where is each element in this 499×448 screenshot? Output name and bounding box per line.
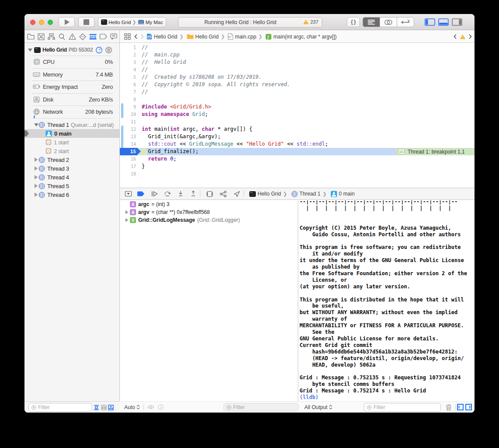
tree-row-thread-1[interactable]: Thread 1Queue:...d (serial) <box>24 120 119 129</box>
breakpoints-toggle-button[interactable] <box>137 191 145 196</box>
console-output[interactable]: --|--|--|--|--|--|--|--|--|--|--|--|--|-… <box>298 200 475 401</box>
variable-row-argv[interactable]: A argv = (char **) 0x7ffeefbff568 <box>120 208 298 216</box>
variables-filter-field[interactable]: Filter <box>223 403 299 412</box>
info-icon[interactable] <box>158 404 164 410</box>
view-process-by-queue-button[interactable] <box>101 404 107 412</box>
variables-view[interactable]: A argc = (int) 3 A argv = (char **) 0x7f… <box>120 200 298 401</box>
status-warning[interactable]: 237 <box>303 19 318 24</box>
gauge-value: 7.4 MB <box>96 71 113 78</box>
issue-navigator-button[interactable] <box>67 31 77 42</box>
show-variables-view-button[interactable] <box>457 404 464 412</box>
version-editor-segment[interactable] <box>397 18 414 27</box>
editor-mode-segmented-control <box>363 17 414 27</box>
tree-row-thread-6[interactable]: Thread 6 <box>24 190 119 199</box>
jumpbar-item[interactable]: Hello Grid <box>195 34 219 40</box>
jumpbar-item[interactable]: main.cpp <box>235 34 256 40</box>
warning-icon[interactable] <box>460 34 466 39</box>
back-button[interactable] <box>133 34 139 39</box>
disclosure-triangle[interactable] <box>35 192 38 197</box>
show-running-blocks-button[interactable] <box>94 404 99 412</box>
tree-row-thread-2[interactable]: Thread 2 <box>24 155 119 164</box>
filter-placeholder: Filter <box>38 404 50 410</box>
step-into-button[interactable] <box>178 191 184 197</box>
gauge-row-disk[interactable]: Disk Zero KB/s <box>24 93 119 105</box>
gauge-row-cpu[interactable]: CPU 0% <box>24 56 119 68</box>
project-navigator-button[interactable] <box>26 31 36 42</box>
navigator-filter-field[interactable]: Filter <box>28 403 92 412</box>
console-output-popup[interactable]: All Output <box>304 404 332 410</box>
clear-console-button[interactable] <box>446 404 452 412</box>
tree-row-thread-3[interactable]: Thread 3 <box>24 164 119 173</box>
gauge-row-energy-impact[interactable]: Energy Impact Zero <box>24 80 119 93</box>
svg-text:c+: c+ <box>229 35 231 38</box>
toggle-debug-area-button[interactable] <box>438 18 449 26</box>
simulate-location-button[interactable] <box>234 191 240 197</box>
process-row[interactable]: Hello Grid PID 55302 <box>24 45 119 55</box>
gauge-view-button[interactable] <box>96 47 102 53</box>
toggle-inspectors-button[interactable] <box>452 18 462 26</box>
symbol-navigator-button[interactable] <box>46 31 57 42</box>
report-navigator-button[interactable] <box>108 31 119 42</box>
find-navigator-button[interactable] <box>57 31 67 42</box>
thread-view-button[interactable] <box>105 47 112 53</box>
person-icon <box>331 191 337 197</box>
console-line: Guido Cossu, Antonin Portelli and other … <box>300 231 461 238</box>
standard-editor-segment[interactable] <box>363 18 380 27</box>
next-issue-button[interactable] <box>469 34 472 39</box>
disclosure-triangle[interactable] <box>126 218 128 222</box>
variable-row-grid-gridlogmessage[interactable]: V Grid::GridLogMessage (Grid::GridLogger… <box>120 216 298 224</box>
hide-debug-area-button[interactable] <box>125 191 132 197</box>
test-navigator-button[interactable] <box>77 31 88 42</box>
energy-icon <box>33 84 40 89</box>
zoom-window-button[interactable] <box>48 20 53 25</box>
tree-row-thread-5[interactable]: Thread 5 <box>24 182 119 190</box>
jumpbar-item[interactable]: Hello Grid <box>154 34 177 40</box>
debug-navigator-button[interactable] <box>88 31 98 42</box>
debug-jumpbar-item[interactable]: Hello Grid <box>258 191 281 197</box>
variables-scope-popup[interactable]: Auto <box>124 404 140 410</box>
tree-row-1-start[interactable]: 1 start <box>24 138 119 147</box>
source-control-button[interactable] <box>36 31 47 42</box>
disclosure-triangle[interactable] <box>126 210 128 214</box>
debug-jumpbar-item[interactable]: Thread 1 <box>300 191 321 197</box>
source-editor[interactable]: 1//2// main.cpp3// Hello Grid4//5// Crea… <box>120 43 475 187</box>
stop-button[interactable] <box>78 17 94 27</box>
console-line: This program is distributed in the hope … <box>300 297 464 303</box>
close-window-button[interactable] <box>30 20 35 25</box>
tree-row-2-start[interactable]: 2 start <box>24 147 119 155</box>
disclosure-triangle[interactable] <box>35 175 38 179</box>
disclosure-triangle[interactable] <box>28 49 32 52</box>
disclosure-triangle[interactable] <box>35 166 38 171</box>
disclosure-triangle[interactable] <box>35 158 38 162</box>
forward-button[interactable] <box>139 34 146 39</box>
continue-button[interactable] <box>151 191 158 197</box>
toggle-navigator-button[interactable] <box>425 18 435 26</box>
show-console-view-button[interactable] <box>465 404 472 412</box>
variable-row-argc[interactable]: A argc = (int) 3 <box>120 200 298 208</box>
assistant-editor-segment[interactable] <box>380 18 397 27</box>
disclosure-triangle[interactable] <box>34 123 38 126</box>
tree-row-0-main[interactable]: 0 main <box>24 129 119 138</box>
console-line: it and/or modify <box>300 251 363 257</box>
disclosure-triangle[interactable] <box>35 184 38 188</box>
step-out-button[interactable] <box>190 191 196 197</box>
console-filter-field[interactable]: Filter <box>364 403 441 412</box>
gauge-label: Disk <box>43 96 53 103</box>
minimize-window-button[interactable] <box>39 20 44 25</box>
jumpbar-item[interactable]: main(int argc, char * argv[]) <box>273 34 337 40</box>
step-over-button[interactable] <box>164 191 171 197</box>
run-button[interactable] <box>59 17 75 27</box>
debug-jumpbar-item[interactable]: 0 main <box>339 191 355 197</box>
previous-issue-button[interactable] <box>454 34 457 39</box>
breakpoint-navigator-button[interactable] <box>98 31 108 42</box>
memory-graph-button[interactable] <box>220 191 227 197</box>
debug-view-hierarchy-button[interactable] <box>206 191 213 197</box>
quicklook-eye-icon[interactable] <box>147 405 154 410</box>
gauge-row-network[interactable]: Network 208 bytes/s <box>24 105 119 118</box>
code-review-button[interactable]: {} <box>347 17 360 27</box>
related-items-icon[interactable] <box>124 33 131 40</box>
view-process-by-thread-button[interactable] <box>108 404 114 412</box>
scheme-selector[interactable]: Hello Grid ❯ My Mac <box>98 17 166 27</box>
tree-row-thread-4[interactable]: Thread 4 <box>24 173 119 182</box>
gauge-row-memory[interactable]: Memory 7.4 MB <box>24 68 119 80</box>
